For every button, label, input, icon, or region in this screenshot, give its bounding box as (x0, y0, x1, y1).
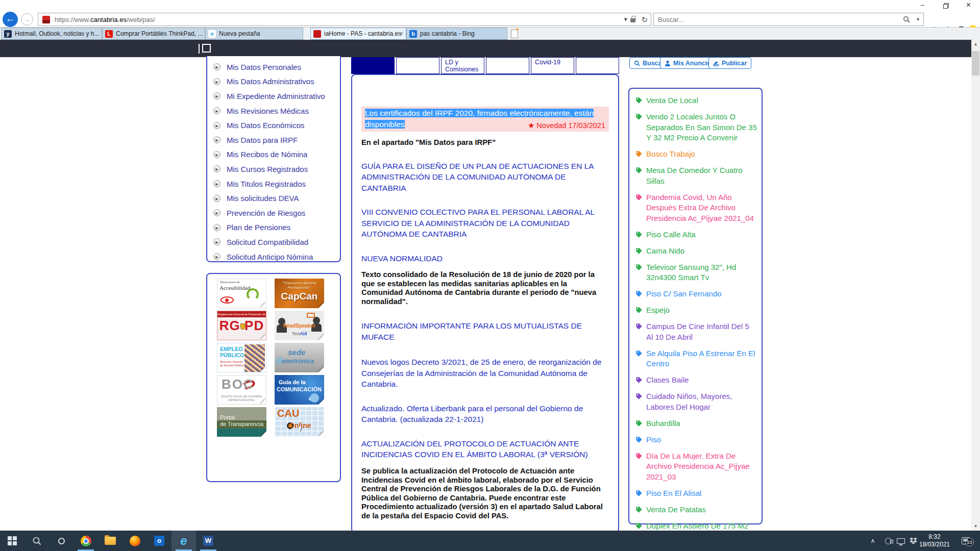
announcement-item[interactable]: Piso En El Alisal (635, 488, 757, 499)
content-tab-ld-comisiones[interactable]: LD y Comisiones (441, 57, 484, 74)
banner-boc[interactable]: BOC BOLETÍN OFICIAL DE CANTABRIA IMPRENT… (217, 375, 266, 405)
banner-sede-electronica[interactable]: e sede electrónica (275, 343, 324, 372)
menu-item-prevencion-riesgos[interactable]: ▶Prevención de Riesgos (213, 206, 340, 220)
announcement-item[interactable]: Venta De Patatas (635, 505, 757, 515)
address-bar[interactable]: https://www.cantabria.es/web/pas/ ▾ ↻ (38, 13, 651, 26)
banner-observatorio-accesibilidad[interactable]: Observatorio de Accesibilidad (217, 279, 266, 308)
news-link[interactable]: INFORMACIÓN IMPORTANTE PARA LOS MUTUALIS… (361, 320, 609, 342)
menu-item-datos-personales[interactable]: ▶Mis Datos Personales (213, 60, 340, 74)
announcement-item[interactable]: Cama Nido (635, 246, 757, 257)
announcement-item[interactable]: Clases Baile (635, 375, 757, 386)
autocomplete-dropdown-icon[interactable]: ▾ (624, 15, 627, 23)
start-button[interactable] (0, 531, 24, 551)
menu-item-cursos[interactable]: ▶Mis Cursos Registrados (213, 162, 340, 177)
vertical-scrollbar[interactable]: ▲ ▼ (971, 40, 980, 531)
menu-item-recibos-nomina[interactable]: ▶Mis Recibos de Nómina (213, 147, 340, 162)
menu-item-datos-administrativos[interactable]: ▶Mis Datos Administrativos (213, 74, 340, 89)
announcement-item[interactable]: Cuidado Niños, Mayores, Labores Del Hoga… (635, 391, 757, 412)
scroll-down-icon[interactable]: ▼ (971, 522, 980, 531)
search-icon[interactable] (903, 16, 910, 23)
menu-item-solicitud-anticipo[interactable]: ▶Solicitud Anticipo Nómina (213, 249, 340, 264)
announcement-item[interactable]: Duplex En Astilero De 175 M2 (635, 521, 757, 532)
network-display-icon[interactable] (894, 531, 908, 551)
action-center-button[interactable]: 23 (955, 531, 976, 551)
browser-tab-lenovo[interactable]: L Comprar Portátiles ThinkPad, ... (102, 28, 205, 40)
browser-tab-new[interactable]: e Nueva pestaña (205, 28, 303, 40)
search-box[interactable]: ▾ (653, 13, 924, 26)
news-highlight[interactable]: Los certificados del IRPF 2020, firmados… (361, 107, 609, 132)
news-subtext: En el apartado "Mis Datos para IRPF" (361, 138, 609, 147)
scrollbar-thumb[interactable] (972, 51, 979, 76)
announcement-item[interactable]: Mesa De Comedor Y Cuatro Sillas (635, 165, 757, 186)
announcement-item[interactable]: Espejo (635, 305, 757, 316)
menu-item-revisiones-medicas[interactable]: ▶Mis Revisiones Médicas (213, 104, 340, 118)
dropbox-icon[interactable] (908, 531, 919, 551)
chrome-taskbar-button[interactable] (74, 531, 98, 551)
announcement-item[interactable]: Piso (635, 435, 757, 445)
announcement-item[interactable]: Se Alquila Piso A Estrenar En El Centro (635, 348, 757, 369)
announcement-item[interactable]: Piso Calle Alta (635, 230, 757, 240)
browser-tab-hotmail[interactable]: y Hotmail, Outlook, noticias y h... (1, 28, 102, 40)
menu-item-plan-pensiones[interactable]: ▶Plan de Pensiones (213, 220, 340, 235)
menu-item-solicitud-compatibilidad[interactable]: ▶Solicitud Compatibilidad (213, 235, 340, 249)
menu-item-datos-economicos[interactable]: ▶Mis Datos Económicos (213, 118, 340, 133)
news-link[interactable]: Nuevos logos Decreto 3/2021, de 25 de en… (361, 357, 609, 390)
banner-cau-online[interactable]: CAU Online (275, 407, 324, 437)
firefox-button[interactable] (122, 531, 147, 551)
tray-chevron-icon[interactable]: ∧ (867, 531, 879, 551)
announcement-item[interactable]: Día De La Mujer. Extra De Archivo Presid… (635, 451, 757, 483)
menu-item-datos-irpf[interactable]: ▶Mis Datos para IRPF (213, 133, 340, 147)
back-button[interactable]: ← (3, 12, 18, 27)
announcement-item[interactable]: Busco Trabajo (635, 149, 757, 160)
outlook-button[interactable]: o (147, 531, 172, 551)
news-link[interactable]: ACTUALIZACIÓN DEL PROTOCOLO DE ACTUACIÓN… (361, 438, 609, 460)
banner-readspeaker[interactable]: ReadSpeaker TextAid (275, 311, 324, 340)
banner-rgpd[interactable]: Reglamento General de Protección de Dato… (217, 311, 266, 340)
ie-taskbar-button[interactable]: e (172, 531, 196, 551)
file-explorer-button[interactable] (98, 531, 122, 551)
refresh-icon[interactable]: ↻ (641, 15, 648, 24)
search-dropdown-icon[interactable]: ▾ (917, 16, 919, 22)
content-tab-6[interactable] (576, 57, 619, 74)
forward-button[interactable]: → (21, 13, 33, 26)
taskbar-clock[interactable]: 8:32 18/03/2021 (918, 531, 951, 551)
announcement-item[interactable]: Pandemia Covid, Un Año Después Extra De … (635, 192, 757, 224)
browser-tab-pas-active[interactable]: iaHome - PAS - cantabria.es × (310, 28, 406, 40)
tab-close-icon[interactable]: × (400, 28, 403, 39)
news-link[interactable]: NUEVA NORMALIDAD (361, 253, 609, 264)
minimize-button[interactable]: – (911, 0, 934, 11)
word-button[interactable]: W (196, 531, 220, 551)
news-link[interactable]: Actualizado. Oferta Liberbank para el pe… (361, 403, 609, 425)
announcement-item[interactable]: Vendo 2 Locales Juntos O Separados En Sa… (635, 112, 757, 143)
scroll-up-icon[interactable]: ▲ (971, 40, 980, 48)
content-tab-4[interactable] (486, 57, 529, 74)
banner-guia-comunicacion[interactable]: Guía de la COMUNICACIÓN (275, 375, 324, 405)
publicar-button[interactable]: Publicar (708, 57, 751, 69)
search-input[interactable] (658, 15, 877, 24)
announcement-item[interactable]: Buhardilla (635, 418, 757, 429)
lenovo-icon: L (105, 30, 113, 38)
menu-item-expediente[interactable]: ▶Mi Expediente Administrativo (213, 89, 340, 104)
meet-now-icon[interactable] (882, 531, 894, 551)
announcement-item[interactable]: Campus De Cine Infantil Del 5 Al 10 De A… (635, 321, 757, 342)
news-link[interactable]: VIII CONVENIO COLECTIVO PARA EL PERSONAL… (361, 207, 609, 240)
taskbar-search-button[interactable] (24, 531, 49, 551)
announcement-item[interactable]: Piso C/ San Fernando (635, 289, 757, 299)
close-button[interactable]: × (957, 0, 980, 11)
restore-button[interactable] (934, 0, 957, 11)
announcement-item[interactable]: Venta De Local (635, 95, 757, 106)
banner-empleo-publico[interactable]: EMPLEO PÚBLICO Dirección General de Func… (217, 343, 266, 372)
cortana-button[interactable] (49, 531, 74, 551)
banner-capcan[interactable]: "Concurso Abierto Permanente" CapCan (275, 279, 324, 308)
new-tab-button[interactable] (511, 30, 518, 38)
content-tab-covid19[interactable]: Covid-19 (531, 57, 574, 74)
content-tab-2[interactable] (396, 57, 439, 74)
menu-item-titulos[interactable]: ▶Mis Titulos Registrados (213, 177, 340, 191)
menu-item-solicitudes-deva[interactable]: ▶Mis solicitudes DEVA (213, 191, 340, 206)
announcement-item[interactable]: Televisor Sansung 32", Hd 32n4300 Smart … (635, 262, 757, 283)
content-tab-active[interactable] (351, 57, 395, 74)
bullet-arrow-icon: ▶ (213, 195, 220, 202)
banner-portal-transparencia[interactable]: Portal de Transparencia (217, 407, 266, 437)
news-link[interactable]: GUÍA PARA EL DISEÑO DE UN PLAN DE ACTUAC… (361, 161, 609, 194)
browser-tab-bing[interactable]: b pas cantabria - Bing (406, 28, 507, 40)
